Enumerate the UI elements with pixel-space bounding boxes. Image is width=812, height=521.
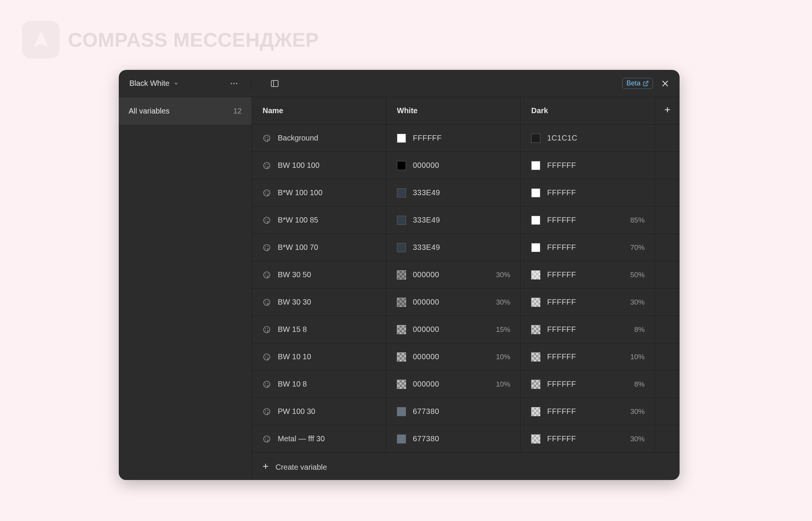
- variable-name: BW 100 100: [278, 161, 319, 170]
- collection-dropdown[interactable]: Black White: [119, 79, 229, 88]
- mode-white-cell[interactable]: 333E49: [386, 207, 521, 234]
- color-variable-icon: [263, 271, 271, 279]
- toolbar-separator: [251, 78, 251, 89]
- mode-white-cell[interactable]: 00000030%: [386, 261, 521, 288]
- mode-dark-cell[interactable]: FFFFFF8%: [521, 371, 655, 398]
- column-header-name[interactable]: Name: [252, 97, 386, 124]
- color-swatch: [397, 188, 406, 197]
- svg-point-28: [268, 246, 268, 247]
- hex-value: 000000: [413, 298, 439, 306]
- sidebar-toggle-button[interactable]: [269, 78, 280, 89]
- table-row[interactable]: Metal — fff 30677380FFFFFF30%: [252, 425, 680, 453]
- variable-name-cell[interactable]: BW 10 10: [252, 343, 386, 370]
- mode-dark-cell[interactable]: FFFFFF30%: [521, 425, 655, 452]
- svg-point-18: [264, 189, 270, 196]
- mode-dark-cell[interactable]: FFFFFF10%: [521, 343, 655, 370]
- svg-point-47: [265, 383, 266, 384]
- variable-name: BW 30 50: [278, 270, 311, 279]
- table-row[interactable]: B*W 100 70333E49FFFFFF70%: [252, 234, 680, 261]
- hex-value: FFFFFF: [547, 270, 576, 279]
- variable-name-cell[interactable]: BW 30 30: [252, 289, 386, 316]
- svg-point-49: [265, 384, 266, 385]
- mode-dark-cell[interactable]: FFFFFF85%: [521, 207, 655, 234]
- mode-white-cell[interactable]: FFFFFF: [386, 125, 521, 152]
- svg-point-40: [268, 328, 268, 329]
- color-swatch: [397, 380, 406, 389]
- mode-white-cell[interactable]: 333E49: [386, 179, 521, 206]
- svg-point-23: [265, 219, 266, 219]
- color-swatch: [531, 434, 540, 444]
- column-header-mode-dark[interactable]: Dark: [521, 97, 655, 124]
- mode-white-cell[interactable]: 677380: [386, 398, 521, 425]
- table-row[interactable]: BW 30 5000000030%FFFFFF50%: [252, 261, 680, 289]
- table-row[interactable]: BackgroundFFFFFF1C1C1C: [252, 125, 680, 152]
- color-swatch: [397, 134, 406, 143]
- table-row[interactable]: BW 10 1000000010%FFFFFF10%: [252, 343, 680, 371]
- add-mode-button[interactable]: [655, 97, 680, 124]
- mode-dark-cell[interactable]: FFFFFF: [521, 152, 655, 179]
- svg-point-25: [265, 220, 266, 221]
- variable-name: BW 10 8: [278, 380, 307, 388]
- panel-left-icon: [270, 79, 279, 88]
- color-swatch: [531, 298, 540, 307]
- create-variable-button[interactable]: Create variable: [252, 454, 680, 480]
- variable-name-cell[interactable]: PW 100 30: [252, 398, 386, 425]
- close-button[interactable]: [660, 78, 670, 89]
- mode-white-cell[interactable]: 00000030%: [386, 289, 521, 316]
- svg-point-10: [264, 135, 270, 141]
- hex-value: 000000: [413, 380, 439, 388]
- opacity-value: 8%: [634, 325, 645, 334]
- mode-white-cell[interactable]: 00000010%: [386, 343, 521, 370]
- svg-point-52: [268, 410, 268, 411]
- beta-badge[interactable]: Beta: [622, 78, 653, 89]
- table-row[interactable]: B*W 100 85333E49FFFFFF85%: [252, 207, 680, 234]
- variable-name-cell[interactable]: BW 30 50: [252, 261, 386, 288]
- hex-value: FFFFFF: [547, 352, 576, 361]
- svg-point-51: [265, 410, 266, 411]
- mode-dark-cell[interactable]: FFFFFF30%: [521, 289, 655, 316]
- variable-name-cell[interactable]: B*W 100 70: [252, 234, 386, 261]
- mode-dark-cell[interactable]: 1C1C1C: [521, 125, 655, 152]
- table-row[interactable]: B*W 100 100333E49FFFFFF: [252, 179, 680, 207]
- svg-point-54: [264, 436, 270, 442]
- mode-dark-cell[interactable]: FFFFFF: [521, 179, 655, 206]
- table-row[interactable]: BW 100 100000000FFFFFF: [252, 152, 680, 179]
- hex-value: FFFFFF: [547, 243, 576, 252]
- opacity-value: 30%: [630, 407, 645, 416]
- mode-white-cell[interactable]: 00000015%: [386, 316, 521, 343]
- color-swatch: [531, 380, 540, 389]
- mode-dark-cell[interactable]: FFFFFF8%: [521, 316, 655, 343]
- variable-name: B*W 100 100: [278, 188, 323, 197]
- variable-name-cell[interactable]: Background: [252, 125, 386, 152]
- table-row[interactable]: BW 30 3000000030%FFFFFF30%: [252, 289, 680, 316]
- variable-name-cell[interactable]: BW 100 100: [252, 152, 386, 179]
- more-options-button[interactable]: [229, 78, 239, 89]
- svg-point-20: [268, 191, 268, 192]
- color-swatch: [397, 243, 406, 252]
- table-row[interactable]: BW 10 800000010%FFFFFF8%: [252, 371, 680, 398]
- row-spacer: [655, 371, 680, 398]
- column-header-mode-white[interactable]: White: [386, 97, 521, 124]
- mode-white-cell[interactable]: 00000010%: [386, 371, 521, 398]
- color-variable-icon: [263, 216, 271, 224]
- mode-white-cell[interactable]: 677380: [386, 425, 521, 452]
- variable-name-cell[interactable]: Metal — fff 30: [252, 425, 386, 452]
- hex-value: FFFFFF: [547, 216, 576, 224]
- mode-white-cell[interactable]: 333E49: [386, 234, 521, 261]
- sidebar-item-all-variables[interactable]: All variables 12: [119, 97, 252, 125]
- variable-name-cell[interactable]: B*W 100 100: [252, 179, 386, 206]
- color-swatch: [397, 325, 406, 334]
- mode-white-cell[interactable]: 000000: [386, 152, 521, 179]
- variable-name-cell[interactable]: B*W 100 85: [252, 207, 386, 234]
- mode-dark-cell[interactable]: FFFFFF30%: [521, 398, 655, 425]
- mode-dark-cell[interactable]: FFFFFF50%: [521, 261, 655, 288]
- compass-logo-icon: [30, 29, 52, 51]
- table-row[interactable]: PW 100 30677380FFFFFF30%: [252, 398, 680, 425]
- row-spacer: [655, 179, 680, 206]
- variable-name-cell[interactable]: BW 15 8: [252, 316, 386, 343]
- mode-dark-cell[interactable]: FFFFFF70%: [521, 234, 655, 261]
- hex-value: 000000: [413, 352, 439, 361]
- hex-value: 333E49: [413, 216, 440, 224]
- table-row[interactable]: BW 15 800000015%FFFFFF8%: [252, 316, 680, 343]
- variable-name-cell[interactable]: BW 10 8: [252, 371, 386, 398]
